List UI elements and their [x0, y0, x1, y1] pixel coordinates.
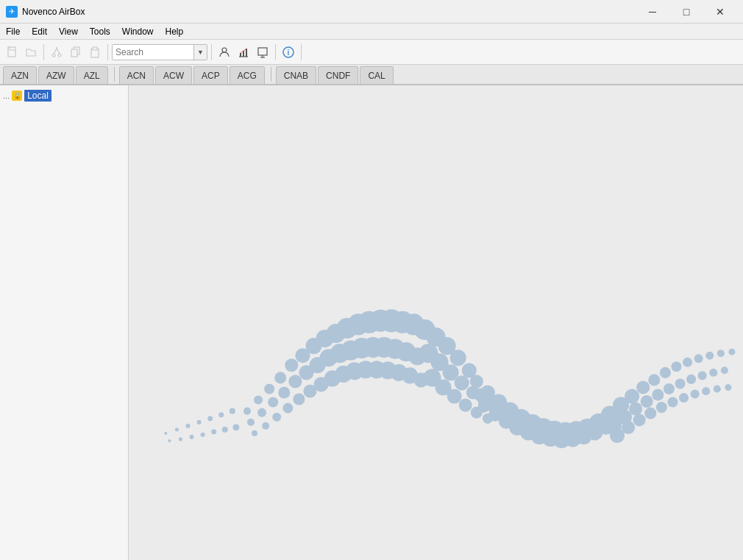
toolbar: ▼ i — [0, 40, 743, 65]
svg-point-162 — [633, 414, 646, 426]
svg-point-140 — [636, 380, 650, 394]
svg-point-170 — [725, 384, 731, 391]
svg-point-34 — [222, 427, 228, 433]
svg-point-166 — [679, 393, 689, 403]
menu-help[interactable]: Help — [160, 24, 190, 40]
svg-point-146 — [705, 352, 714, 360]
svg-rect-9 — [71, 49, 77, 57]
svg-point-143 — [671, 361, 681, 372]
menu-file[interactable]: File — [0, 24, 26, 40]
tab-acp[interactable]: ACP — [193, 66, 228, 84]
person-button[interactable] — [216, 43, 233, 61]
search-box: ▼ — [112, 44, 207, 60]
svg-point-68 — [252, 430, 257, 436]
svg-point-144 — [683, 358, 692, 367]
svg-point-141 — [648, 374, 660, 386]
svg-point-36 — [243, 408, 251, 415]
search-dropdown-button[interactable]: ▼ — [193, 44, 207, 60]
tab-acg[interactable]: ACG — [230, 66, 265, 84]
svg-point-38 — [264, 383, 274, 394]
svg-point-155 — [675, 378, 685, 389]
window-controls: ─ □ ✕ — [636, 0, 737, 24]
tab-acn[interactable]: ACN — [119, 66, 154, 84]
open-button[interactable] — [22, 43, 40, 61]
svg-point-153 — [652, 389, 664, 400]
svg-point-24 — [185, 424, 190, 428]
tab-azw[interactable]: AZW — [38, 66, 74, 84]
new-button[interactable] — [3, 43, 21, 61]
svg-point-3 — [52, 54, 55, 57]
title-bar: Novenco AirBox ─ □ ✕ — [0, 0, 743, 24]
svg-point-12 — [222, 48, 227, 52]
svg-rect-16 — [246, 49, 247, 57]
tab-bar: AZN AZW AZL ACN ACW ACP ACG CNAB CNDF CA… — [0, 65, 743, 85]
paste-button[interactable] — [86, 43, 104, 61]
svg-point-33 — [211, 429, 216, 434]
svg-point-55 — [278, 386, 290, 398]
menu-edit[interactable]: Edit — [26, 24, 53, 40]
tab-azl[interactable]: AZL — [76, 66, 108, 84]
svg-point-28 — [230, 408, 235, 414]
main-area: ... 🔒 Local .dot { fill: #b0c4d8; } — [0, 85, 743, 560]
svg-rect-17 — [258, 48, 267, 55]
sidebar: ... 🔒 Local — [0, 85, 129, 560]
svg-point-29 — [168, 439, 171, 442]
svg-point-154 — [664, 383, 675, 394]
tab-cndf[interactable]: CNDF — [318, 66, 358, 84]
menu-window[interactable]: Window — [116, 24, 160, 40]
svg-point-23 — [175, 428, 179, 431]
svg-point-101 — [470, 375, 483, 388]
svg-point-40 — [285, 358, 298, 372]
info-button[interactable]: i — [280, 43, 297, 61]
toolbar-sep-3 — [211, 44, 212, 60]
tab-azn[interactable]: AZN — [3, 66, 37, 84]
svg-point-31 — [189, 435, 193, 439]
tree-root-item[interactable]: ... 🔒 Local — [0, 88, 128, 103]
svg-point-152 — [641, 395, 653, 408]
copy-button[interactable] — [67, 43, 85, 61]
svg-point-156 — [686, 375, 696, 384]
search-input[interactable] — [113, 45, 193, 60]
menu-bar: File Edit View Tools Window Help — [0, 24, 743, 40]
svg-point-142 — [660, 367, 671, 378]
tab-group-1: AZN AZW AZL — [1, 66, 111, 84]
tree-lock-icon: 🔒 — [12, 91, 22, 101]
tab-group-2: ACN ACW ACP ACG — [118, 66, 268, 84]
svg-point-157 — [698, 371, 707, 380]
svg-point-151 — [629, 403, 642, 416]
toolbar-sep-2 — [107, 44, 108, 60]
chart-button[interactable] — [235, 43, 252, 61]
svg-point-52 — [247, 419, 255, 426]
svg-point-139 — [625, 389, 639, 403]
toolbar-sep-5 — [301, 44, 302, 60]
svg-point-4 — [58, 54, 61, 57]
tab-cal[interactable]: CAL — [360, 66, 393, 84]
svg-text:i: i — [288, 49, 290, 57]
svg-point-22 — [164, 432, 167, 435]
svg-line-7 — [56, 47, 57, 49]
cut-button[interactable] — [48, 43, 65, 61]
svg-line-6 — [57, 49, 60, 54]
svg-point-39 — [274, 372, 286, 383]
tree-local-label[interactable]: Local — [24, 90, 51, 102]
export-button[interactable] — [254, 43, 271, 61]
svg-point-35 — [232, 424, 239, 430]
svg-point-70 — [272, 413, 281, 422]
svg-point-56 — [288, 375, 302, 388]
svg-point-147 — [717, 350, 725, 357]
menu-tools[interactable]: Tools — [84, 24, 116, 40]
tab-cnab[interactable]: CNAB — [276, 66, 316, 84]
svg-point-69 — [262, 422, 269, 430]
tab-acw[interactable]: ACW — [155, 66, 192, 84]
svg-point-98 — [459, 399, 472, 412]
app-icon — [6, 6, 18, 18]
close-button[interactable]: ✕ — [703, 0, 737, 24]
tab-group-3: CNAB CNDF CAL — [274, 66, 397, 84]
wave-decoration: .dot { fill: #b0c4d8; } — [129, 85, 743, 560]
menu-view[interactable]: View — [53, 24, 84, 40]
svg-rect-14 — [240, 53, 241, 57]
minimize-button[interactable]: ─ — [636, 0, 669, 24]
tab-sep-2 — [271, 67, 271, 82]
svg-point-164 — [656, 402, 667, 413]
maximize-button[interactable]: □ — [669, 0, 703, 24]
